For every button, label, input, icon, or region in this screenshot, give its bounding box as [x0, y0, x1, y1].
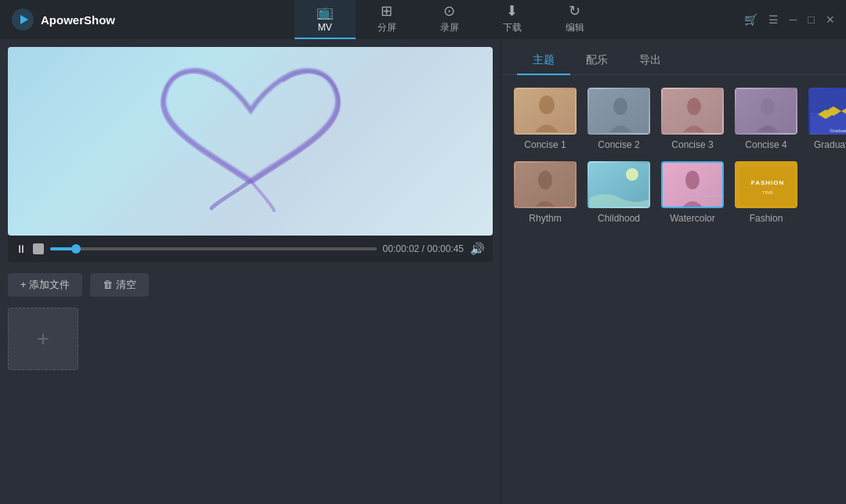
theme-item-concise4[interactable]: Concise 4 [735, 88, 797, 150]
svg-text:TIME: TIME [762, 190, 773, 195]
svg-point-3 [539, 95, 555, 114]
theme-item-concise3[interactable]: Concise 3 [661, 88, 724, 150]
nav-tab-edit[interactable]: ↻ 编辑 [544, 0, 606, 39]
svg-text:FASHION: FASHION [751, 179, 785, 186]
nav-tab-split-label: 分屏 [378, 21, 396, 34]
theme-label-graduation: Graduation.. [814, 139, 846, 150]
theme-label-rhythm: Rhythm [529, 213, 561, 224]
video-preview [8, 47, 493, 236]
app-logo-icon [11, 8, 34, 31]
right-tabs: 主题 配乐 导出 [501, 39, 846, 75]
theme-item-childhood[interactable]: Childhood [588, 161, 650, 224]
tab-theme[interactable]: 主题 [517, 47, 570, 75]
nav-tab-mv-label: MV [318, 22, 332, 33]
video-heart-graphic [141, 56, 360, 212]
progress-bar[interactable] [50, 247, 377, 250]
logo-area: ApowerShow [0, 8, 157, 31]
close-button[interactable]: ✕ [826, 13, 835, 26]
tab-export[interactable]: 导出 [624, 47, 677, 75]
app-name: ApowerShow [41, 13, 115, 27]
theme-thumb-fashion: FASHION TIME [735, 161, 797, 208]
svg-point-9 [761, 98, 775, 115]
svg-point-18 [538, 171, 552, 189]
stop-button[interactable] [33, 243, 44, 254]
theme-item-rhythm[interactable]: Rhythm [514, 161, 577, 224]
progress-fill [50, 247, 76, 250]
left-panel: ⏸ 00:00:02 / 00:00:45 🔊 + 添加文件 🗑 清空 + [0, 39, 501, 504]
theme-thumb-concise1 [514, 88, 577, 135]
time-display: 00:00:02 / 00:00:45 [383, 243, 464, 254]
theme-thumb-concise4 [735, 88, 797, 135]
theme-label-watercolor: Watercolor [670, 213, 715, 224]
pause-button[interactable]: ⏸ [16, 243, 27, 255]
theme-item-watercolor[interactable]: Watercolor [661, 161, 724, 224]
theme-grid: Concise 1 Concise 2 [501, 75, 846, 236]
svg-point-7 [687, 98, 701, 115]
volume-button[interactable]: 🔊 [470, 242, 485, 256]
theme-label-concise3: Concise 3 [671, 139, 713, 150]
theme-label-childhood: Childhood [598, 213, 640, 224]
maximize-button[interactable]: □ [808, 13, 815, 26]
theme-thumb-childhood [588, 161, 650, 208]
tab-music[interactable]: 配乐 [570, 47, 624, 75]
clear-button[interactable]: 🗑 清空 [90, 273, 149, 297]
menu-icon[interactable]: ☰ [768, 13, 779, 26]
edit-icon: ↻ [569, 4, 580, 18]
svg-point-20 [626, 168, 638, 181]
theme-label-concise2: Concise 2 [598, 139, 639, 150]
nav-tab-screen[interactable]: ⊙ 录屏 [418, 0, 481, 39]
plus-icon: + [37, 326, 49, 351]
cart-icon[interactable]: 🛒 [744, 13, 757, 26]
svg-text:Graduation: Graduation [830, 128, 846, 133]
right-panel: 主题 配乐 导出 Concise 1 [501, 39, 846, 504]
file-controls: + 添加文件 🗑 清空 [0, 267, 501, 303]
theme-item-fashion[interactable]: FASHION TIME Fashion [735, 161, 797, 224]
svg-rect-23 [663, 196, 724, 197]
theme-thumb-rhythm [514, 161, 577, 208]
nav-tabs: 📺 MV ⊞ 分屏 ⊙ 录屏 ⬇ 下载 ↻ 编辑 [157, 0, 744, 39]
theme-item-graduation[interactable]: Graduation Graduation.. [808, 88, 846, 150]
theme-label-concise1: Concise 1 [524, 139, 566, 150]
nav-tab-mv[interactable]: 📺 MV [295, 0, 356, 39]
thumbnail-area: + [0, 303, 501, 504]
download-icon: ⬇ [506, 4, 518, 18]
titlebar: ApowerShow 📺 MV ⊞ 分屏 ⊙ 录屏 ⬇ 下载 ↻ 编辑 🛒 ☰ … [0, 0, 846, 39]
theme-item-concise2[interactable]: Concise 2 [588, 88, 650, 150]
theme-thumb-concise3 [661, 88, 724, 135]
theme-thumb-watercolor [661, 161, 724, 208]
minimize-button[interactable]: ─ [790, 13, 797, 26]
progress-thumb [71, 244, 81, 254]
mv-icon: 📺 [316, 5, 334, 19]
svg-rect-25 [740, 167, 795, 206]
split-icon: ⊞ [381, 4, 392, 18]
add-media-box[interactable]: + [8, 308, 78, 370]
theme-item-concise1[interactable]: Concise 1 [514, 88, 577, 150]
svg-point-5 [613, 98, 627, 115]
nav-tab-screen-label: 录屏 [440, 21, 459, 34]
video-controls: ⏸ 00:00:02 / 00:00:45 🔊 [8, 236, 493, 262]
main-content: ⏸ 00:00:02 / 00:00:45 🔊 + 添加文件 🗑 清空 + [0, 39, 846, 504]
theme-label-fashion: Fashion [750, 213, 783, 224]
window-controls: 🛒 ☰ ─ □ ✕ [744, 13, 846, 26]
add-file-button[interactable]: + 添加文件 [8, 273, 82, 297]
nav-tab-split[interactable]: ⊞ 分屏 [356, 0, 418, 39]
svg-point-22 [685, 171, 700, 189]
screen-icon: ⊙ [443, 4, 455, 18]
theme-thumb-graduation: Graduation [808, 88, 846, 135]
nav-tab-download-label: 下载 [503, 21, 522, 34]
nav-tab-edit-label: 编辑 [566, 21, 584, 34]
theme-label-concise4: Concise 4 [745, 139, 786, 150]
theme-thumb-concise2 [588, 88, 650, 135]
nav-tab-download[interactable]: ⬇ 下载 [481, 0, 544, 39]
